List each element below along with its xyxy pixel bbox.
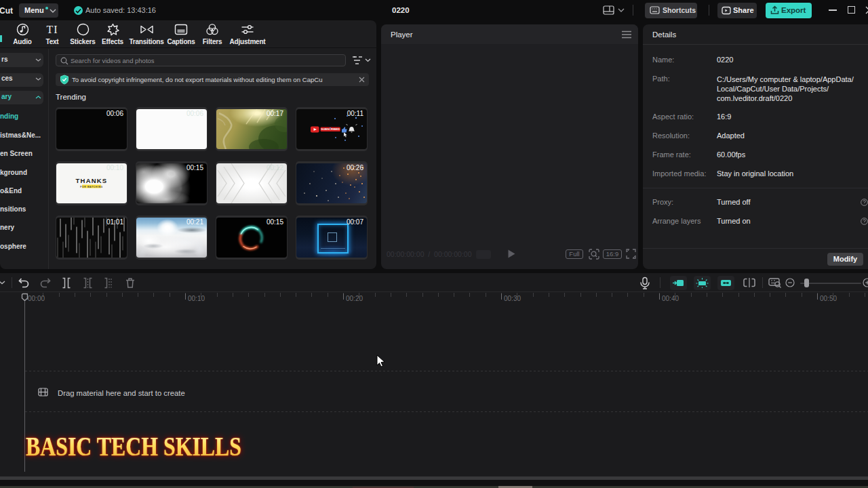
svg-text:BASIC TECH SKILLS: BASIC TECH SKILLS	[26, 431, 241, 462]
svg-text:THANKS: THANKS	[76, 177, 108, 184]
svg-text:FOR WATCHING: FOR WATCHING	[80, 186, 103, 188]
